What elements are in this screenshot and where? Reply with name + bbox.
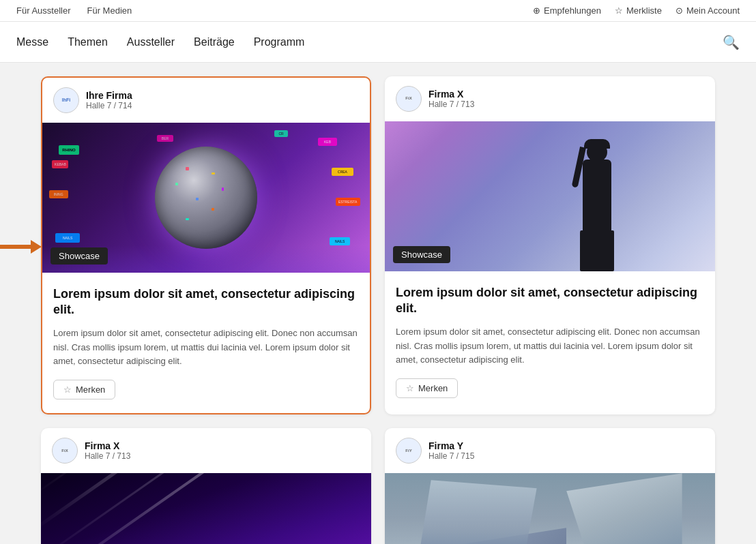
arrow-head: [31, 240, 42, 254]
company-logo-4: FiY: [396, 438, 422, 464]
company-name-4: Firma Y: [428, 440, 474, 451]
card-header-1: IhFi Ihre Firma Halle 7 / 714: [42, 78, 370, 123]
account-link[interactable]: ⊙ Mein Account: [675, 5, 740, 16]
card-desc-1: Lorem ipsum dolor sit amet, consectetur …: [53, 327, 359, 369]
arrow-indicator: [0, 240, 42, 254]
nav-messe[interactable]: Messe: [16, 36, 48, 48]
card-title-2: Lorem ipsum dolor sit amet, consectetur …: [396, 285, 704, 317]
showcase-badge-1: Showcase: [50, 247, 108, 265]
star-icon-1: ☆: [63, 384, 72, 395]
nav-aussteller[interactable]: Aussteller: [127, 36, 175, 48]
card-image-3: [41, 473, 371, 544]
merken-button-2[interactable]: ☆ Merken: [396, 378, 458, 398]
empfehlungen-icon: ⊕: [533, 5, 540, 16]
top-bar-left: Für Aussteller Für Medien: [16, 5, 132, 16]
company-name-1: Ihre Firma: [86, 90, 132, 101]
merkliste-icon: ☆: [615, 5, 623, 16]
company-name-2: Firma X: [428, 89, 474, 100]
company-name-3: Firma X: [85, 440, 130, 451]
card-header-4: FiY Firma Y Halle 7 / 715: [385, 428, 715, 473]
card-body-2: Lorem ipsum dolor sit amet, consectetur …: [385, 271, 715, 412]
company-logo-1: IhFi: [53, 87, 79, 113]
company-hall-3: Halle 7 / 713: [85, 451, 130, 461]
search-icon: 🔍: [723, 35, 740, 50]
card-ihre-firma: IhFi Ihre Firma Halle 7 / 714 RHINO KEBA…: [41, 76, 371, 414]
empfehlungen-link[interactable]: ⊕ Empfehlungen: [533, 5, 601, 16]
main-nav: Messe Themen Aussteller Beiträge Program…: [0, 22, 756, 63]
card-title-1: Lorem ipsum dolor sit amet, consectetur …: [53, 286, 359, 318]
merkliste-link[interactable]: ☆ Merkliste: [615, 5, 662, 16]
card-firma-x-2: FiX Firma X Halle 7 / 713: [41, 428, 371, 544]
nav-links: Messe Themen Aussteller Beiträge Program…: [16, 36, 304, 48]
company-hall-2: Halle 7 / 713: [428, 100, 474, 109]
card-image-1: RHINO KEBAB INING NAILS KEB CREA ESTREIS…: [42, 123, 370, 273]
cards-grid: IhFi Ihre Firma Halle 7 / 714 RHINO KEBA…: [41, 76, 715, 544]
card-desc-2: Lorem ipsum dolor sit amet, consectetur …: [396, 325, 704, 367]
star-icon-2: ☆: [406, 383, 414, 393]
nav-beitraege[interactable]: Beiträge: [194, 36, 235, 48]
card-header-3: FiX Firma X Halle 7 / 713: [41, 428, 371, 473]
card-image-4: [385, 473, 715, 544]
card-header-2: FiX Firma X Halle 7 / 713: [385, 76, 715, 121]
showcase-badge-2: Showcase: [393, 246, 450, 263]
company-logo-3: FiX: [52, 438, 78, 464]
top-bar-right: ⊕ Empfehlungen ☆ Merkliste ⊙ Mein Accoun…: [533, 5, 740, 16]
company-hall-1: Halle 7 / 714: [86, 101, 132, 110]
fuer-aussteller-link[interactable]: Für Aussteller: [16, 5, 70, 16]
card-body-1: Lorem ipsum dolor sit amet, consectetur …: [42, 273, 370, 413]
card-firma-x: FiX Firma X Halle 7 / 713: [385, 76, 715, 414]
company-hall-4: Halle 7 / 715: [428, 451, 474, 461]
merken-button-1[interactable]: ☆ Merken: [53, 380, 115, 399]
top-bar: Für Aussteller Für Medien ⊕ Empfehlungen…: [0, 0, 756, 22]
nav-programm[interactable]: Programm: [254, 36, 305, 48]
search-button[interactable]: 🔍: [723, 34, 740, 50]
card-image-2: Showcase: [385, 121, 715, 271]
arrow-body: [0, 245, 31, 249]
fuer-medien-link[interactable]: Für Medien: [87, 5, 132, 16]
content-area: IhFi Ihre Firma Halle 7 / 714 RHINO KEBA…: [0, 63, 756, 544]
nav-themen[interactable]: Themen: [68, 36, 108, 48]
company-logo-2: FiX: [396, 86, 422, 112]
card-firma-y: FiY Firma Y Halle 7 / 715: [385, 428, 715, 544]
account-icon: ⊙: [675, 5, 683, 16]
